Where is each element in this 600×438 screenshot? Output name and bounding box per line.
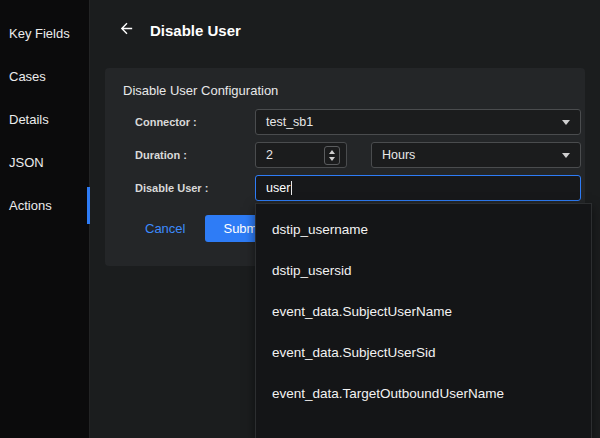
suggestion-item[interactable]: dstip_usersid (256, 250, 591, 291)
disable-user-input[interactable]: user (255, 175, 581, 201)
duration-value: 2 (266, 148, 273, 162)
app-window: Key Fields Cases Details JSON Actions Di… (0, 0, 600, 438)
suggestion-item[interactable]: event_data.SubjectUserName (256, 291, 591, 332)
sidebar-item-key-fields[interactable]: Key Fields (0, 12, 89, 55)
sidebar-item-json[interactable]: JSON (0, 141, 89, 184)
back-button[interactable] (118, 20, 135, 40)
text-cursor (291, 181, 292, 195)
duration-row: Duration : 2 Hours (135, 142, 581, 168)
sidebar-item-actions[interactable]: Actions (0, 184, 89, 227)
cancel-button[interactable]: Cancel (145, 221, 185, 236)
disable-user-label: Disable User : (135, 182, 255, 194)
page-title: Disable User (150, 22, 241, 39)
chevron-down-icon (562, 120, 570, 125)
suggestion-item[interactable]: dstip_username (256, 209, 591, 250)
connector-select-value: test_sb1 (266, 115, 313, 129)
duration-unit-value: Hours (382, 148, 415, 162)
connector-label: Connector : (135, 116, 255, 128)
suggestion-item[interactable]: event_data.SubjectUserSid (256, 332, 591, 373)
panel-title: Disable User Configuration (105, 68, 585, 109)
sidebar: Key Fields Cases Details JSON Actions (0, 0, 90, 438)
sidebar-item-details[interactable]: Details (0, 98, 89, 141)
sidebar-item-cases[interactable]: Cases (0, 55, 89, 98)
stepper-up-icon[interactable] (329, 150, 335, 154)
duration-unit-select[interactable]: Hours (371, 142, 581, 168)
connector-row: Connector : test_sb1 (135, 109, 581, 135)
connector-select[interactable]: test_sb1 (255, 109, 581, 135)
suggestions-dropdown: dstip_username dstip_usersid event_data.… (255, 203, 592, 438)
duration-input[interactable]: 2 (255, 142, 347, 168)
disable-user-input-value: user (266, 181, 290, 195)
stepper-down-icon[interactable] (329, 157, 335, 161)
chevron-down-icon (562, 153, 570, 158)
duration-stepper[interactable] (324, 146, 340, 165)
duration-label: Duration : (135, 149, 255, 161)
disable-user-row: Disable User : user (135, 175, 581, 201)
arrow-left-icon (118, 20, 135, 40)
suggestion-item[interactable]: event_data.TargetOutboundUserName (256, 373, 591, 414)
page-header: Disable User (91, 0, 600, 40)
